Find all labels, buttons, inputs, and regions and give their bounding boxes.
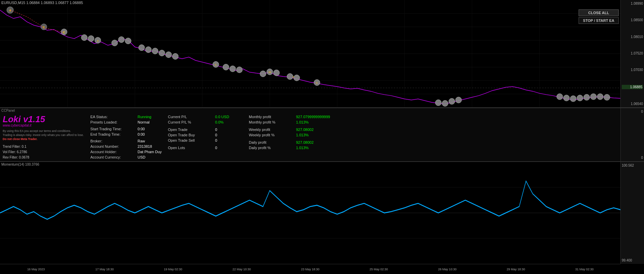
svg-point-49: [435, 100, 441, 106]
presets-label: Presets Loaded:: [90, 120, 138, 124]
svg-text:M: M: [269, 71, 271, 74]
start-time-row: Start Trading Time: 0:00: [90, 127, 163, 131]
start-time-value: 0:00: [138, 127, 145, 131]
weekly-profit-pct-label: Weekly profit %: [249, 133, 296, 137]
stop-start-button[interactable]: STOP / START EA: [579, 17, 619, 24]
panel-center-left: EA Status: Running Presets Loaded: Norma…: [88, 108, 165, 161]
svg-point-33: [166, 52, 172, 58]
monthly-profit-pct-row: Monthly profit % 1.013%: [249, 120, 641, 124]
svg-text:C: C: [63, 31, 65, 34]
ea-warning: Do not close Meta Trader.: [3, 137, 37, 141]
panel-right-scale: 0 0: [620, 108, 644, 161]
time-label-8: 31 May 02:30: [550, 268, 619, 271]
main-chart-svg: 4 C C 4 C: [0, 0, 620, 107]
end-time-value: 0:00: [138, 132, 145, 136]
svg-point-31: [152, 48, 158, 54]
current-pl-pct-value: 0.0%: [215, 120, 224, 124]
svg-text:4: 4: [97, 39, 99, 42]
vol-filter: Vol Filer: 6.2786: [3, 149, 85, 155]
daily-profit-pct-row: Daily profit % 1.013%: [249, 146, 641, 150]
monthly-profit-pct-value: 1.013%: [296, 120, 309, 124]
svg-text:C: C: [316, 81, 318, 84]
current-pl-row: Current P/L 0.0 USD: [168, 115, 243, 119]
svg-point-53: [557, 94, 563, 100]
daily-profit-pct-value: 1.013%: [296, 146, 309, 150]
svg-point-54: [563, 95, 569, 101]
monthly-profit-label: Monthly profit: [249, 115, 296, 119]
weekly-profit-pct-row: Weekly profit % 1.013%: [249, 133, 641, 137]
open-trade-buy-value: 0: [215, 133, 217, 137]
close-all-button[interactable]: CLOSE ALL: [579, 9, 619, 16]
broker-value: Raw: [138, 139, 145, 143]
svg-point-30: [145, 47, 151, 53]
broker-label: Broker:: [90, 139, 138, 143]
price-level-1: 1.08990: [622, 2, 643, 5]
panel-label: CCPanel: [1, 109, 15, 112]
time-label-4: 23 May 18:30: [276, 268, 344, 271]
svg-point-29: [139, 45, 145, 51]
open-lots-label: Open Lots: [168, 146, 215, 150]
svg-point-27: [118, 37, 124, 43]
daily-profit-row: Daily profit 927.08002: [249, 140, 641, 144]
time-label-3: 22 May 10:30: [207, 268, 276, 271]
account-holder-value: Dat Pham Duy: [138, 150, 162, 154]
panel-center: Current P/L 0.0 USD Current P/L % 0.0% O…: [165, 108, 246, 161]
account-currency-row: Account Currency: USD: [90, 155, 163, 159]
end-time-row: End Trading Time: 0:00: [90, 132, 163, 136]
open-trade-label: Open Trade: [168, 128, 215, 132]
open-lots-value: 0: [215, 146, 217, 150]
start-time-label: Start Trading Time:: [90, 127, 138, 131]
price-level-5: 1.07030: [622, 68, 643, 72]
account-currency-value: USD: [138, 155, 145, 159]
svg-point-44: [287, 73, 293, 79]
account-holder-row: Account Holder: Dat Pham Duy: [90, 150, 163, 154]
price-level-current: 1.06885: [622, 85, 643, 89]
svg-point-32: [159, 50, 165, 56]
momentum-svg-wrapper: [0, 162, 620, 264]
momentum-scale: 100.562 99.400: [620, 162, 644, 264]
price-level-4: 1.07520: [622, 52, 643, 55]
time-label-7: 29 May 18:30: [481, 268, 550, 271]
account-number-row: Account Number: 2313818: [90, 144, 163, 148]
chart-canvas-wrapper: 4 C C 4 C: [0, 0, 620, 107]
momentum-scale-top: 100.562: [622, 164, 643, 167]
daily-profit-label: Daily profit: [249, 140, 296, 144]
broker-row: Broker: Raw: [90, 139, 163, 143]
momentum-area: Momentum(14) 100.3766 100.562 99.400 16 …: [0, 162, 644, 274]
account-currency-label: Account Currency:: [90, 155, 138, 159]
chart-title: EURUSD,M15 1.06884 1.06893 1.06877 1.068…: [1, 1, 83, 5]
current-pl-value: 0.0 USD: [215, 115, 229, 119]
monthly-profit-value: 927.0799999999999: [296, 115, 330, 119]
daily-profit-value: 927.08002: [296, 140, 314, 144]
momentum-svg: [0, 162, 620, 264]
app: EURUSD,M15 1.06884 1.06893 1.06877 1.068…: [0, 0, 644, 274]
open-trade-buy-label: Open Trade Buy: [168, 133, 215, 137]
presets-value: Normal: [138, 120, 149, 124]
rev-filter: Rev Filter: 0.0678: [3, 155, 85, 160]
panel-area: CCPanel 0 0 Loki v1.15 www.cybercapital.…: [0, 108, 644, 162]
open-trade-sell-label: Open Trade Sell: [168, 138, 215, 142]
panel-scale-bottom: 0: [622, 156, 643, 160]
svg-text:C: C: [215, 63, 217, 66]
price-level-2: 1.08500: [622, 18, 643, 22]
current-pl-pct-label: Current P/L %: [168, 120, 215, 124]
svg-point-51: [449, 98, 455, 104]
loki-title: Loki v1.15: [3, 115, 85, 124]
price-scale: 1.08990 1.08500 1.08010 1.07520 1.07030 …: [620, 0, 644, 107]
price-level-3: 1.08010: [622, 35, 643, 39]
daily-profit-pct-label: Daily profit %: [249, 146, 296, 150]
time-label-0: 16 May 2023: [2, 268, 70, 271]
ea-status-row: EA Status: Running: [90, 115, 163, 119]
svg-point-52: [456, 97, 462, 103]
svg-point-37: [223, 64, 229, 70]
time-label-5: 25 May 02:30: [345, 268, 413, 271]
svg-point-45: [294, 75, 300, 81]
weekly-profit-pct-value: 1.013%: [296, 133, 309, 137]
svg-point-28: [125, 38, 131, 44]
panel-scale-top: 0: [622, 110, 643, 113]
svg-point-55: [570, 96, 576, 102]
svg-point-58: [590, 94, 596, 100]
open-trade-sell-value: 0: [215, 138, 217, 142]
open-trade-row: Open Trade 0: [168, 128, 243, 132]
svg-point-60: [604, 94, 610, 100]
